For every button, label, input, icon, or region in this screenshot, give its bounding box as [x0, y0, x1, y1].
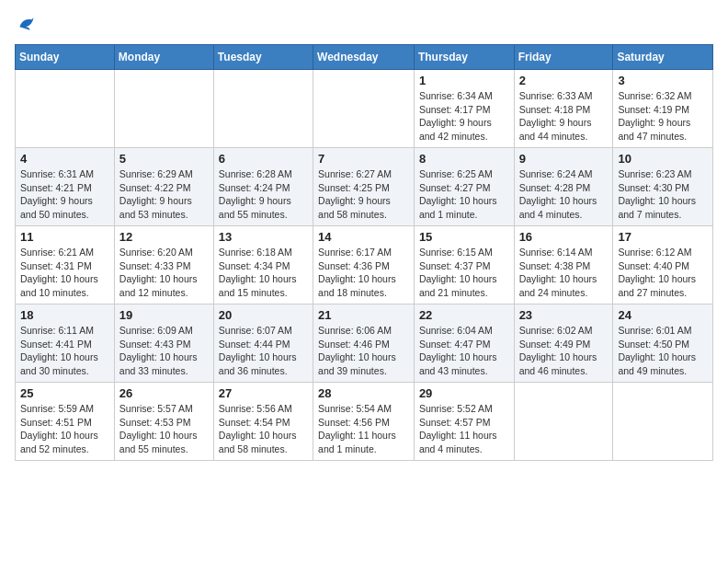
- column-header-saturday: Saturday: [613, 45, 713, 70]
- day-info: Sunrise: 6:15 AMSunset: 4:37 PMDaylight:…: [419, 246, 509, 300]
- calendar-cell: 1Sunrise: 6:34 AMSunset: 4:17 PMDaylight…: [414, 70, 514, 148]
- day-info: Sunrise: 6:14 AMSunset: 4:38 PMDaylight:…: [519, 246, 609, 300]
- day-number: 22: [419, 308, 509, 322]
- calendar-cell: 29Sunrise: 5:52 AMSunset: 4:57 PMDayligh…: [414, 383, 514, 461]
- calendar-cell: 7Sunrise: 6:27 AMSunset: 4:25 PMDaylight…: [313, 148, 415, 226]
- day-info: Sunrise: 5:57 AMSunset: 4:53 PMDaylight:…: [119, 402, 209, 456]
- day-info: Sunrise: 6:28 AMSunset: 4:24 PMDaylight:…: [219, 167, 308, 222]
- day-info: Sunrise: 5:59 AMSunset: 4:51 PMDaylight:…: [20, 402, 109, 456]
- calendar-week-1: 1Sunrise: 6:34 AMSunset: 4:17 PMDaylight…: [16, 70, 713, 148]
- day-info: Sunrise: 6:07 AMSunset: 4:44 PMDaylight:…: [219, 324, 308, 378]
- calendar-cell: 16Sunrise: 6:14 AMSunset: 4:38 PMDayligh…: [514, 226, 613, 304]
- day-number: 29: [419, 386, 509, 400]
- calendar-cell: 10Sunrise: 6:23 AMSunset: 4:30 PMDayligh…: [613, 148, 713, 226]
- calendar-cell: 2Sunrise: 6:33 AMSunset: 4:18 PMDaylight…: [514, 70, 613, 148]
- calendar-cell: 5Sunrise: 6:29 AMSunset: 4:22 PMDaylight…: [114, 148, 213, 226]
- day-number: 23: [519, 308, 609, 322]
- day-number: 18: [20, 308, 109, 322]
- calendar-cell: 15Sunrise: 6:15 AMSunset: 4:37 PMDayligh…: [414, 226, 514, 304]
- calendar-cell: 11Sunrise: 6:21 AMSunset: 4:31 PMDayligh…: [16, 226, 115, 304]
- day-number: 15: [419, 230, 509, 244]
- calendar-cell: 18Sunrise: 6:11 AMSunset: 4:41 PMDayligh…: [16, 304, 115, 383]
- day-number: 11: [20, 230, 109, 244]
- calendar-cell: 26Sunrise: 5:57 AMSunset: 4:53 PMDayligh…: [114, 383, 213, 461]
- calendar-header-row: SundayMondayTuesdayWednesdayThursdayFrid…: [16, 45, 713, 70]
- day-info: Sunrise: 5:52 AMSunset: 4:57 PMDaylight:…: [419, 402, 509, 456]
- calendar-cell: 14Sunrise: 6:17 AMSunset: 4:36 PMDayligh…: [313, 226, 415, 304]
- calendar-cell: 20Sunrise: 6:07 AMSunset: 4:44 PMDayligh…: [213, 304, 313, 383]
- calendar-cell: [514, 383, 613, 461]
- calendar-cell: 27Sunrise: 5:56 AMSunset: 4:54 PMDayligh…: [213, 383, 313, 461]
- calendar-table: SundayMondayTuesdayWednesdayThursdayFrid…: [15, 44, 713, 461]
- calendar-cell: [613, 383, 713, 461]
- calendar-cell: 25Sunrise: 5:59 AMSunset: 4:51 PMDayligh…: [16, 383, 115, 461]
- calendar-cell: 13Sunrise: 6:18 AMSunset: 4:34 PMDayligh…: [213, 226, 313, 304]
- day-info: Sunrise: 6:17 AMSunset: 4:36 PMDaylight:…: [318, 246, 409, 300]
- day-number: 5: [119, 152, 209, 166]
- day-info: Sunrise: 5:56 AMSunset: 4:54 PMDaylight:…: [219, 402, 308, 456]
- day-number: 27: [219, 386, 308, 400]
- column-header-sunday: Sunday: [16, 45, 115, 70]
- day-number: 13: [219, 230, 308, 244]
- calendar-cell: 21Sunrise: 6:06 AMSunset: 4:46 PMDayligh…: [313, 304, 415, 383]
- calendar-cell: 12Sunrise: 6:20 AMSunset: 4:33 PMDayligh…: [114, 226, 213, 304]
- calendar-week-2: 4Sunrise: 6:31 AMSunset: 4:21 PMDaylight…: [16, 148, 713, 226]
- day-info: Sunrise: 5:54 AMSunset: 4:56 PMDaylight:…: [318, 402, 409, 456]
- day-info: Sunrise: 6:20 AMSunset: 4:33 PMDaylight:…: [119, 246, 209, 300]
- logo-bird-icon: [17, 15, 35, 33]
- page-header: [15, 15, 713, 33]
- day-info: Sunrise: 6:33 AMSunset: 4:18 PMDaylight:…: [519, 89, 609, 144]
- day-number: 16: [519, 230, 609, 244]
- day-info: Sunrise: 6:12 AMSunset: 4:40 PMDaylight:…: [618, 246, 708, 300]
- column-header-friday: Friday: [514, 45, 613, 70]
- day-info: Sunrise: 6:31 AMSunset: 4:21 PMDaylight:…: [20, 167, 109, 222]
- day-number: 8: [419, 152, 509, 166]
- calendar-cell: 24Sunrise: 6:01 AMSunset: 4:50 PMDayligh…: [613, 304, 713, 383]
- day-number: 25: [20, 386, 109, 400]
- day-info: Sunrise: 6:24 AMSunset: 4:28 PMDaylight:…: [519, 167, 609, 222]
- logo: [15, 15, 35, 33]
- day-info: Sunrise: 6:25 AMSunset: 4:27 PMDaylight:…: [419, 167, 509, 222]
- calendar-cell: 23Sunrise: 6:02 AMSunset: 4:49 PMDayligh…: [514, 304, 613, 383]
- day-number: 3: [618, 74, 708, 87]
- calendar-cell: 9Sunrise: 6:24 AMSunset: 4:28 PMDaylight…: [514, 148, 613, 226]
- day-info: Sunrise: 6:29 AMSunset: 4:22 PMDaylight:…: [119, 167, 209, 222]
- day-number: 7: [318, 152, 409, 166]
- column-header-thursday: Thursday: [414, 45, 514, 70]
- calendar-cell: 19Sunrise: 6:09 AMSunset: 4:43 PMDayligh…: [114, 304, 213, 383]
- day-info: Sunrise: 6:02 AMSunset: 4:49 PMDaylight:…: [519, 324, 609, 378]
- calendar-cell: [16, 70, 115, 148]
- day-info: Sunrise: 6:27 AMSunset: 4:25 PMDaylight:…: [318, 167, 409, 222]
- calendar-cell: [213, 70, 313, 148]
- calendar-cell: 28Sunrise: 5:54 AMSunset: 4:56 PMDayligh…: [313, 383, 415, 461]
- calendar-cell: 17Sunrise: 6:12 AMSunset: 4:40 PMDayligh…: [613, 226, 713, 304]
- calendar-cell: [313, 70, 415, 148]
- day-number: 4: [20, 152, 109, 166]
- day-number: 6: [219, 152, 308, 166]
- calendar-cell: 3Sunrise: 6:32 AMSunset: 4:19 PMDaylight…: [613, 70, 713, 148]
- day-info: Sunrise: 6:18 AMSunset: 4:34 PMDaylight:…: [219, 246, 308, 300]
- day-number: 12: [119, 230, 209, 244]
- calendar-week-5: 25Sunrise: 5:59 AMSunset: 4:51 PMDayligh…: [16, 383, 713, 461]
- day-number: 17: [618, 230, 708, 244]
- day-number: 19: [119, 308, 209, 322]
- day-info: Sunrise: 6:21 AMSunset: 4:31 PMDaylight:…: [20, 246, 109, 300]
- day-number: 1: [419, 74, 509, 87]
- day-number: 28: [318, 386, 409, 400]
- column-header-tuesday: Tuesday: [213, 45, 313, 70]
- day-number: 2: [519, 74, 609, 87]
- day-info: Sunrise: 6:11 AMSunset: 4:41 PMDaylight:…: [20, 324, 109, 378]
- day-number: 24: [618, 308, 708, 322]
- day-info: Sunrise: 6:32 AMSunset: 4:19 PMDaylight:…: [618, 89, 708, 144]
- day-number: 26: [119, 386, 209, 400]
- column-header-monday: Monday: [114, 45, 213, 70]
- day-info: Sunrise: 6:23 AMSunset: 4:30 PMDaylight:…: [618, 167, 708, 222]
- calendar-cell: 4Sunrise: 6:31 AMSunset: 4:21 PMDaylight…: [16, 148, 115, 226]
- day-info: Sunrise: 6:09 AMSunset: 4:43 PMDaylight:…: [119, 324, 209, 378]
- calendar-week-3: 11Sunrise: 6:21 AMSunset: 4:31 PMDayligh…: [16, 226, 713, 304]
- day-number: 10: [618, 152, 708, 166]
- day-number: 14: [318, 230, 409, 244]
- day-number: 9: [519, 152, 609, 166]
- day-info: Sunrise: 6:04 AMSunset: 4:47 PMDaylight:…: [419, 324, 509, 378]
- calendar-cell: 6Sunrise: 6:28 AMSunset: 4:24 PMDaylight…: [213, 148, 313, 226]
